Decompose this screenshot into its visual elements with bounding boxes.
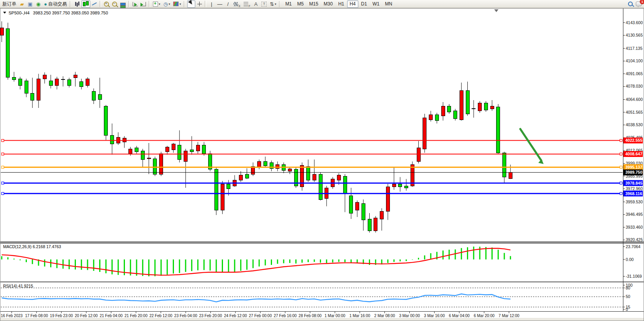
auto-scroll-button[interactable]: [131, 0, 139, 8]
signal-icon[interactable]: ◉: [34, 0, 42, 8]
globe-icon: ●: [44, 2, 47, 7]
tf-W1-label: W1: [372, 1, 379, 7]
time-tick-label: 27 Feb 16:00: [274, 314, 297, 318]
tf-M5[interactable]: M5: [295, 0, 307, 8]
candle: [472, 108, 476, 109]
search-icon[interactable]: [626, 0, 634, 8]
macd-bar: [338, 259, 339, 262]
tf-M30-label: M30: [324, 1, 333, 7]
candle: [25, 81, 28, 93]
chart-canvas[interactable]: 4143.6004130.5654117.1354104.1004091.065…: [0, 0, 644, 321]
tf-H1[interactable]: H1: [335, 0, 347, 8]
candle: [160, 154, 163, 175]
candle: [214, 169, 218, 210]
bar-chart-icon: [75, 2, 76, 6]
time-tick-label: 23 Feb 04:00: [174, 314, 197, 318]
price-tick-label: 3920.425: [626, 237, 643, 242]
macd-bar: [87, 259, 88, 270]
macd-bar: [148, 259, 149, 276]
macd-bar: [93, 259, 94, 271]
tf-MN[interactable]: MN: [382, 0, 395, 8]
tf-M1[interactable]: M1: [283, 0, 295, 8]
macd-bar: [498, 250, 499, 259]
price-tick-label: 4091.065: [626, 71, 643, 76]
crosshair-button[interactable]: [195, 0, 204, 8]
macd-bar: [105, 259, 107, 273]
tf-W1[interactable]: W1: [370, 0, 382, 8]
terminal-icon[interactable]: ▣: [26, 0, 34, 8]
macd-bar: [424, 256, 425, 259]
candlestick-chart-button[interactable]: [81, 0, 90, 8]
line-end-marker: [620, 139, 622, 142]
price-tick-label: 4130.565: [626, 33, 643, 37]
macd-bar: [161, 259, 162, 276]
zoom-out-button[interactable]: [111, 0, 119, 8]
tf-M15[interactable]: M15: [306, 0, 321, 8]
channel-button[interactable]: E: [232, 0, 242, 8]
macd-bar: [68, 259, 70, 269]
trendline-button[interactable]: /: [224, 0, 232, 8]
toolbar: 新订单▰▣◉●自动交易▾◷▾▾|—/EFAT⇅▾M1M5M15M30H1H4D1…: [0, 0, 644, 8]
notifications-icon[interactable]: 1: [634, 0, 643, 8]
gold-bars-icon[interactable]: ▰: [18, 0, 26, 8]
candle: [337, 175, 340, 180]
candle: [111, 135, 114, 144]
vertical-line-button[interactable]: |: [207, 0, 216, 8]
horizontal-line-button[interactable]: —: [216, 0, 224, 8]
zoom-in-icon: [104, 2, 109, 7]
macd-bar: [228, 259, 229, 272]
text-button[interactable]: A: [252, 0, 260, 8]
search-icon: [628, 2, 633, 6]
price-tick-label: 4064.600: [626, 97, 643, 102]
tf-D1[interactable]: D1: [358, 0, 370, 8]
candle: [447, 106, 451, 112]
macd-bar: [442, 250, 444, 259]
time-tick-label: 19 Feb 23:00: [50, 314, 73, 318]
candle: [153, 159, 157, 174]
macd-bar: [7, 257, 9, 259]
candle: [31, 93, 34, 101]
period-clock-button[interactable]: ◷▾: [162, 0, 172, 8]
cursor-button[interactable]: [187, 0, 195, 8]
label-button[interactable]: T: [260, 0, 268, 8]
candle: [245, 174, 249, 178]
time-tick-label: 3 Mar 16:00: [424, 314, 445, 318]
new-chart-button[interactable]: ▾: [151, 0, 162, 8]
candle: [441, 106, 445, 116]
line-end-marker: [620, 192, 622, 195]
macd-bar: [44, 259, 45, 266]
macd-bar: [314, 259, 315, 262]
macd-bar: [369, 259, 370, 265]
line-chart-button[interactable]: [90, 0, 98, 8]
macd-bar: [259, 259, 260, 266]
macd-bar: [204, 259, 205, 270]
candle: [104, 106, 108, 135]
macd-bar: [504, 253, 505, 259]
fibonacci-button[interactable]: F: [242, 0, 252, 8]
macd-bar: [253, 259, 254, 268]
candle: [172, 144, 175, 150]
tf-M30[interactable]: M30: [321, 0, 335, 8]
horizontal-line-icon: —: [217, 2, 222, 7]
zoom-in-button[interactable]: [102, 0, 111, 8]
candle: [74, 75, 77, 78]
macd-bar: [455, 249, 456, 259]
arrows-button[interactable]: ⇅▾: [268, 0, 278, 8]
chart-shift-button[interactable]: [139, 0, 147, 8]
macd-bar: [467, 247, 468, 259]
candle: [227, 184, 230, 189]
macd-bar: [412, 259, 413, 260]
candle: [386, 187, 390, 212]
template-button[interactable]: ▾: [172, 0, 182, 8]
macd-bar: [289, 259, 290, 263]
candle: [37, 79, 40, 100]
tile-windows-button[interactable]: [119, 0, 127, 8]
bar-chart-button[interactable]: [73, 0, 81, 8]
macd-bar: [461, 248, 462, 259]
price-tick-label: 3972.960: [626, 186, 643, 191]
macd-bar: [344, 259, 346, 262]
tf-H4[interactable]: H4: [347, 0, 358, 8]
autotrading-button[interactable]: ●自动交易: [42, 0, 68, 8]
new-order-button[interactable]: 新订单: [1, 0, 18, 8]
candle: [460, 90, 463, 120]
